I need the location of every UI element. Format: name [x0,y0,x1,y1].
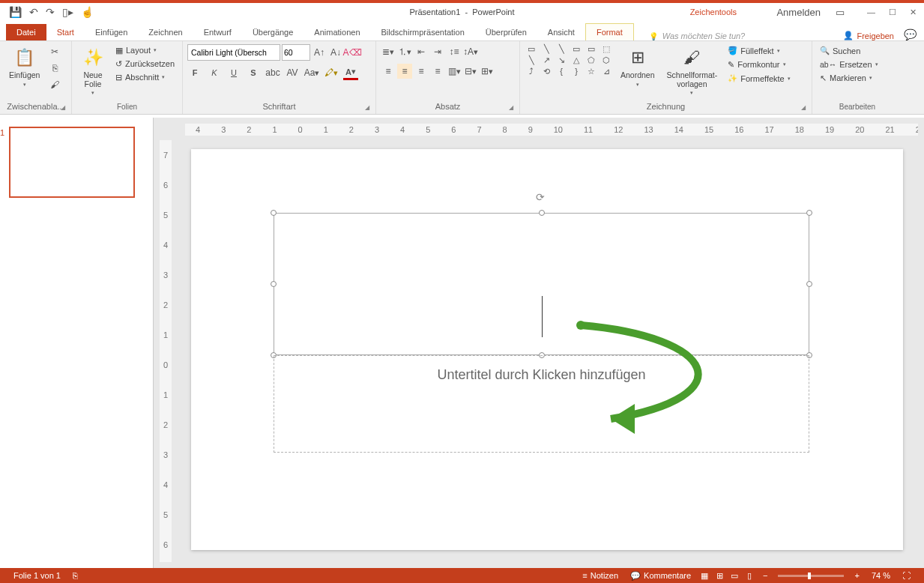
touch-mode-icon[interactable]: ☝ [81,6,94,18]
increase-indent-icon[interactable]: ⇥ [430,44,445,59]
fit-to-window-icon[interactable]: ⛶ [902,571,911,580]
spellcheck-icon[interactable]: ⎘ [73,571,78,580]
section-button[interactable]: ⊟ Abschnitt▾ [112,71,178,83]
tell-me-input[interactable]: Was möchten Sie tun? [649,31,745,40]
reset-button[interactable]: ↺ Zurücksetzen [112,58,178,70]
align-text-icon[interactable]: ⊟▾ [463,64,478,79]
resize-handle[interactable] [539,210,545,216]
change-case-icon[interactable]: Aa▾ [304,65,319,80]
underline-icon[interactable]: U [226,65,241,80]
clear-formatting-icon[interactable]: A⌫ [345,45,360,60]
normal-view-icon[interactable]: ▦ [697,571,712,581]
comments-button[interactable]: 💬 Kommentare [630,571,691,581]
dialog-launcher-icon[interactable]: ◢ [365,104,369,111]
slide-info[interactable]: Folie 1 von 1 [13,571,61,580]
tab-draw[interactable]: Zeichnen [138,24,193,40]
char-spacing-icon[interactable]: AV [285,65,300,80]
close-icon[interactable]: ✕ [910,7,917,17]
tab-format[interactable]: Format [585,23,634,40]
replace-button[interactable]: ab↔ Ersetzen▾ [817,58,881,70]
ruler-horizontal[interactable]: 4321012345678910111213141516171819202122… [185,124,918,136]
resize-handle[interactable] [271,281,277,287]
zoom-out-icon[interactable]: − [763,571,767,580]
sign-in-button[interactable]: Anmelden [776,7,821,18]
layout-button[interactable]: ▦ Layout▾ [112,44,178,56]
align-left-icon[interactable]: ≡ [381,64,396,79]
tab-home[interactable]: Start [46,24,85,40]
shrink-font-icon[interactable]: A↓ [328,45,343,60]
dialog-launcher-icon[interactable]: ◢ [61,104,65,111]
text-direction-icon[interactable]: ↕A▾ [463,44,478,59]
justify-icon[interactable]: ≡ [430,64,445,79]
font-size-input[interactable] [282,44,310,61]
smartart-icon[interactable]: ⊞▾ [480,64,495,79]
tab-animations[interactable]: Animationen [304,24,370,40]
slide-thumbnail-panel[interactable]: 1 [0,118,154,568]
bold-icon[interactable]: F [187,65,202,80]
bullets-icon[interactable]: ≣▾ [381,44,396,59]
display-options-icon[interactable]: ▭ [836,7,845,18]
copy-icon[interactable]: ⎘ [47,61,62,76]
tab-insert[interactable]: Einfügen [85,24,138,40]
numbering-icon[interactable]: ⒈▾ [397,44,412,59]
font-name-input[interactable] [187,44,280,61]
decrease-indent-icon[interactable]: ⇤ [414,44,429,59]
sorter-view-icon[interactable]: ⊞ [712,571,727,581]
maximize-icon[interactable]: ☐ [889,7,896,17]
slide-thumbnail[interactable]: 1 [9,127,135,198]
zoom-slider[interactable] [778,575,844,577]
undo-icon[interactable]: ↶ [29,6,38,18]
ruler-vertical[interactable]: 765432101234567891011 [160,140,172,562]
line-spacing-icon[interactable]: ↕≡ [447,44,462,59]
italic-icon[interactable]: K [207,65,222,80]
slide-canvas[interactable]: ⟳ Untertitel durch Klicken hinzufügen [191,149,903,550]
tab-file[interactable]: Datei [6,24,46,40]
minimize-icon[interactable]: — [867,7,875,17]
chevron-down-icon[interactable]: ▾ [91,90,94,96]
share-button[interactable]: Freigeben [843,31,894,40]
notes-button[interactable]: ≡ Notizen [582,571,618,580]
resize-handle[interactable] [806,281,812,287]
title-textbox[interactable]: ⟳ [274,213,809,355]
zoom-thumb[interactable] [808,573,811,579]
rotate-handle-icon[interactable]: ⟳ [536,191,545,203]
shape-effects-button[interactable]: ✨ Formeffekte▾ [725,72,794,85]
reading-view-icon[interactable]: ▭ [727,571,742,581]
arrange-button[interactable]: ⊞ Anordnen▾ [616,44,659,89]
comments-pane-icon[interactable]: 💬 [904,28,917,40]
tab-design[interactable]: Entwurf [193,24,242,40]
dialog-launcher-icon[interactable]: ◢ [509,104,513,111]
new-slide-button[interactable]: ✨ Neue Folie ▾ [76,44,109,97]
shapes-gallery[interactable]: ▭╲╲▭▭⬚ ╲↗↘△⬠⬡ ⤴⟲{}☆⊿ [525,44,613,76]
paste-button[interactable]: 📋 Einfügen ▾ [4,44,44,89]
save-icon[interactable]: 💾 [9,6,22,18]
shadow-icon[interactable]: S [246,65,261,80]
redo-icon[interactable]: ↷ [46,6,55,18]
tab-slideshow[interactable]: Bildschirmpräsentation [371,24,475,40]
shape-outline-button[interactable]: ✎ Formkontur▾ [725,58,794,70]
align-right-icon[interactable]: ≡ [414,64,429,79]
font-color-icon[interactable]: A▾ [343,65,358,80]
search-button[interactable]: 🔍 Suchen [817,44,863,57]
format-painter-icon[interactable]: 🖌 [47,77,62,92]
strikethrough-icon[interactable]: abc [265,65,280,80]
resize-handle[interactable] [806,210,812,216]
tab-transitions[interactable]: Übergänge [242,24,304,40]
highlight-icon[interactable]: 🖍▾ [324,65,339,80]
start-from-beginning-icon[interactable]: ▯▸ [62,6,73,18]
subtitle-textbox[interactable]: Untertitel durch Klicken hinzufügen [274,355,809,453]
slideshow-view-icon[interactable]: ▯ [742,571,757,581]
resize-handle[interactable] [271,210,277,216]
quick-styles-button[interactable]: 🖌 Schnellformat- vorlagen▾ [662,44,722,97]
grow-font-icon[interactable]: A↑ [312,45,327,60]
columns-icon[interactable]: ▥▾ [447,64,462,79]
dialog-launcher-icon[interactable]: ◢ [801,104,806,111]
tab-view[interactable]: Ansicht [537,24,585,40]
tab-review[interactable]: Überprüfen [475,24,537,40]
shape-fill-button[interactable]: 🪣 Fülleffekt▾ [725,44,794,57]
cut-icon[interactable]: ✂ [47,44,62,59]
select-button[interactable]: ↖ Markieren▾ [817,72,875,84]
zoom-in-icon[interactable]: + [854,571,859,580]
align-center-icon[interactable]: ≡ [397,64,412,79]
zoom-level[interactable]: 74 % [872,571,890,580]
